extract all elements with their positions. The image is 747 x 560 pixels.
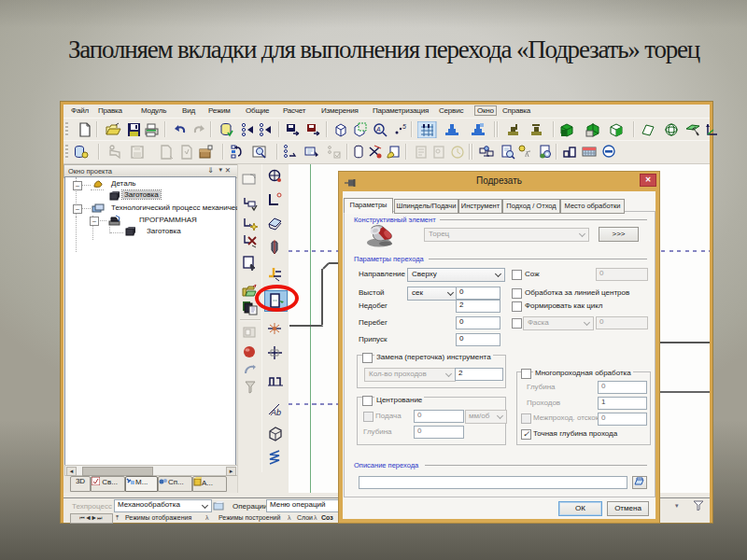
svg-text:5: 5 <box>402 123 406 130</box>
svg-text:A: A <box>375 126 381 133</box>
svg-text:Ab: Ab <box>270 408 281 417</box>
